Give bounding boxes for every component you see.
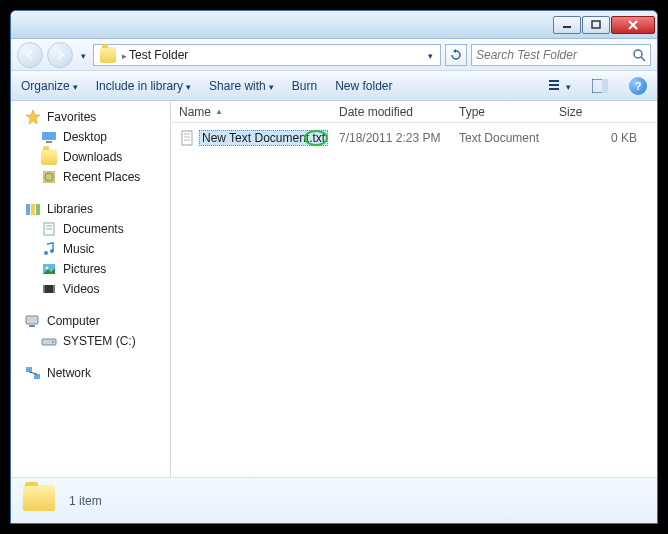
refresh-button[interactable] — [445, 44, 467, 66]
sidebar-item-music[interactable]: Music — [11, 239, 170, 259]
forward-button[interactable] — [47, 42, 73, 68]
column-type[interactable]: Type — [451, 105, 551, 119]
status-text: 1 item — [69, 494, 102, 508]
sidebar-network[interactable]: Network — [11, 363, 170, 383]
breadcrumb-separator-icon — [122, 48, 127, 62]
drive-icon — [41, 333, 57, 349]
sidebar-item-desktop[interactable]: Desktop — [11, 127, 170, 147]
folder-icon — [100, 47, 116, 63]
documents-icon — [41, 221, 57, 237]
file-list-pane: Name▲ Date modified Type Size New Text D… — [171, 101, 657, 477]
svg-point-31 — [52, 341, 54, 343]
folder-icon — [23, 485, 55, 517]
desktop-icon — [41, 129, 57, 145]
column-headers: Name▲ Date modified Type Size — [171, 101, 657, 123]
svg-point-21 — [44, 251, 48, 255]
new-folder-button[interactable]: New folder — [335, 79, 392, 93]
svg-rect-17 — [36, 204, 40, 215]
svg-rect-32 — [26, 367, 32, 372]
sidebar-item-videos[interactable]: Videos — [11, 279, 170, 299]
sidebar-favorites[interactable]: Favorites — [11, 107, 170, 127]
sidebar-libraries[interactable]: Libraries — [11, 199, 170, 219]
svg-rect-26 — [43, 285, 45, 293]
svg-rect-16 — [31, 204, 35, 215]
view-options-button[interactable] — [549, 76, 571, 96]
svg-rect-15 — [26, 204, 30, 215]
svg-rect-35 — [182, 131, 192, 145]
search-box[interactable] — [471, 44, 651, 66]
file-row[interactable]: New Text Document.txt 7/18/2011 2:23 PM … — [171, 127, 657, 149]
file-list[interactable]: New Text Document.txt 7/18/2011 2:23 PM … — [171, 123, 657, 477]
libraries-icon — [25, 201, 41, 217]
text-file-icon — [179, 130, 195, 146]
breadcrumb-current[interactable]: Test Folder — [129, 48, 188, 62]
sidebar-item-system-c[interactable]: SYSTEM (C:) — [11, 331, 170, 351]
svg-rect-8 — [549, 88, 559, 90]
help-button[interactable]: ? — [629, 77, 647, 95]
recent-places-icon — [41, 169, 57, 185]
column-size[interactable]: Size — [551, 105, 657, 119]
pictures-icon — [41, 261, 57, 277]
organize-menu[interactable]: Organize — [21, 79, 78, 93]
sidebar-item-recent-places[interactable]: Recent Places — [11, 167, 170, 187]
svg-line-34 — [29, 372, 37, 374]
svg-point-22 — [50, 249, 54, 253]
sidebar-item-pictures[interactable]: Pictures — [11, 259, 170, 279]
file-size: 0 KB — [551, 131, 657, 145]
svg-point-4 — [634, 50, 642, 58]
svg-rect-1 — [592, 21, 600, 28]
navigation-pane: Favorites Desktop Downloads Recent Place… — [11, 101, 171, 477]
back-button[interactable] — [17, 42, 43, 68]
svg-rect-29 — [29, 325, 35, 327]
close-button[interactable] — [611, 16, 655, 34]
sort-ascending-icon: ▲ — [215, 107, 223, 116]
titlebar — [11, 11, 657, 39]
preview-pane-button[interactable] — [589, 76, 611, 96]
svg-rect-7 — [549, 84, 559, 86]
include-in-library-menu[interactable]: Include in library — [96, 79, 191, 93]
column-name[interactable]: Name▲ — [171, 105, 331, 119]
burn-button[interactable]: Burn — [292, 79, 317, 93]
svg-rect-10 — [602, 79, 608, 93]
svg-rect-27 — [53, 285, 55, 293]
svg-rect-33 — [34, 374, 40, 379]
navigation-bar: Test Folder — [11, 39, 657, 71]
svg-point-24 — [46, 267, 49, 270]
explorer-window: Test Folder Organize Include in library … — [10, 10, 658, 524]
videos-icon — [41, 281, 57, 297]
minimize-button[interactable] — [553, 16, 581, 34]
svg-rect-12 — [46, 141, 52, 143]
svg-line-5 — [641, 57, 645, 61]
svg-rect-6 — [549, 80, 559, 82]
sidebar-item-downloads[interactable]: Downloads — [11, 147, 170, 167]
computer-icon — [25, 313, 41, 329]
network-icon — [25, 365, 41, 381]
file-type: Text Document — [451, 131, 551, 145]
sidebar-item-documents[interactable]: Documents — [11, 219, 170, 239]
music-icon — [41, 241, 57, 257]
maximize-button[interactable] — [582, 16, 610, 34]
address-dropdown-icon[interactable] — [422, 48, 438, 62]
downloads-icon — [41, 149, 57, 165]
svg-rect-11 — [42, 132, 56, 140]
history-dropdown[interactable] — [77, 48, 89, 62]
file-name[interactable]: New Text Document.txt — [199, 130, 328, 146]
search-input[interactable] — [476, 48, 632, 62]
svg-rect-28 — [26, 316, 38, 324]
search-icon — [632, 48, 646, 62]
share-with-menu[interactable]: Share with — [209, 79, 274, 93]
column-date-modified[interactable]: Date modified — [331, 105, 451, 119]
address-bar[interactable]: Test Folder — [93, 44, 441, 66]
file-date: 7/18/2011 2:23 PM — [331, 131, 451, 145]
sidebar-computer[interactable]: Computer — [11, 311, 170, 331]
annotation-circle — [304, 130, 328, 146]
command-bar: Organize Include in library Share with B… — [11, 71, 657, 101]
star-icon — [25, 109, 41, 125]
details-pane: 1 item — [11, 477, 657, 523]
